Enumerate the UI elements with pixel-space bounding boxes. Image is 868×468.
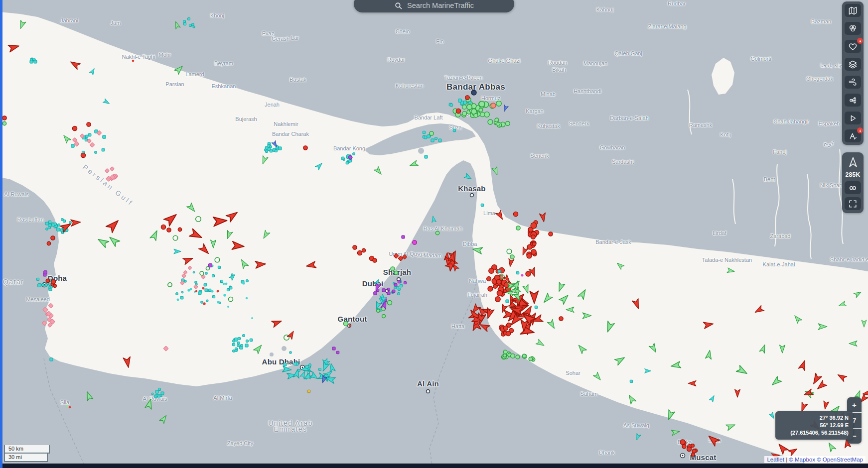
vessel-marker[interactable] bbox=[132, 60, 135, 62]
vessel-marker[interactable] bbox=[535, 306, 537, 308]
vessel-marker[interactable] bbox=[81, 153, 85, 157]
vessel-marker[interactable] bbox=[238, 337, 240, 340]
vessel-marker[interactable] bbox=[18, 20, 26, 30]
vessel-marker[interactable] bbox=[298, 369, 300, 371]
vessel-marker[interactable] bbox=[107, 234, 120, 246]
vessel-marker[interactable] bbox=[353, 153, 355, 155]
vessel-marker[interactable] bbox=[374, 166, 384, 176]
vessel-marker[interactable] bbox=[472, 246, 482, 254]
vessel-marker[interactable] bbox=[793, 314, 802, 323]
vessel-marker[interactable] bbox=[66, 405, 68, 408]
vessel-marker[interactable] bbox=[516, 271, 519, 274]
vessel-marker[interactable] bbox=[453, 129, 455, 131]
attribution-osm-link[interactable]: © OpenStreetMap bbox=[817, 457, 863, 463]
vessel-marker[interactable] bbox=[511, 354, 515, 358]
vessel-marker[interactable] bbox=[217, 290, 219, 293]
vessel-marker[interactable] bbox=[204, 283, 207, 286]
vessel-marker[interactable] bbox=[246, 340, 249, 343]
vessel-marker[interactable] bbox=[54, 223, 57, 226]
vessel-marker[interactable] bbox=[353, 245, 357, 249]
vessel-marker[interactable] bbox=[315, 161, 323, 170]
vessel-marker[interactable] bbox=[510, 255, 514, 259]
vessel-marker[interactable] bbox=[181, 291, 183, 293]
zoom-in-button[interactable]: + bbox=[847, 397, 862, 412]
vessel-marker[interactable] bbox=[727, 268, 735, 274]
vessel-marker[interactable] bbox=[58, 224, 60, 227]
vessel-marker[interactable] bbox=[394, 287, 396, 289]
vessel-marker[interactable] bbox=[102, 148, 105, 151]
vessel-marker[interactable] bbox=[630, 380, 632, 382]
vessel-marker[interactable] bbox=[42, 321, 47, 326]
vessel-marker[interactable] bbox=[566, 307, 574, 313]
vessel-marker[interactable] bbox=[398, 293, 400, 295]
vessel-marker[interactable] bbox=[435, 231, 439, 234]
vessel-marker[interactable] bbox=[822, 401, 829, 410]
vessel-marker[interactable] bbox=[238, 342, 240, 345]
vessel-marker[interactable] bbox=[467, 105, 472, 110]
vessel-marker[interactable] bbox=[604, 321, 615, 333]
vessel-marker[interactable] bbox=[211, 290, 213, 292]
vessel-marker[interactable] bbox=[266, 150, 268, 153]
vessel-marker[interactable] bbox=[430, 131, 434, 135]
vessel-marker[interactable] bbox=[183, 20, 186, 23]
vessel-marker[interactable] bbox=[559, 293, 571, 305]
vessel-marker[interactable] bbox=[193, 26, 195, 28]
vessel-marker[interactable] bbox=[201, 302, 203, 304]
vessel-marker[interactable] bbox=[854, 290, 862, 298]
vessel-marker[interactable] bbox=[309, 372, 319, 381]
vessel-marker[interactable] bbox=[462, 112, 467, 116]
vessel-marker[interactable] bbox=[203, 302, 205, 305]
vessel-marker[interactable] bbox=[735, 389, 740, 397]
vessel-marker[interactable] bbox=[362, 248, 365, 252]
vessel-marker[interactable] bbox=[47, 241, 50, 245]
vessel-marker[interactable] bbox=[392, 290, 395, 293]
vessel-marker[interactable] bbox=[46, 228, 48, 230]
vessel-marker[interactable] bbox=[225, 231, 233, 240]
vessel-marker[interactable] bbox=[400, 284, 402, 287]
vessel-marker[interactable] bbox=[178, 228, 181, 231]
vessel-marker[interactable] bbox=[759, 344, 767, 353]
vessel-marker[interactable] bbox=[503, 350, 507, 354]
vessel-marker[interactable] bbox=[196, 217, 201, 222]
vessel-marker[interactable] bbox=[780, 345, 785, 353]
vessel-marker[interactable] bbox=[484, 112, 490, 117]
vessel-marker[interactable] bbox=[44, 271, 47, 274]
vessel-marker[interactable] bbox=[336, 351, 339, 353]
vessel-marker[interactable] bbox=[193, 271, 194, 273]
vessel-marker[interactable] bbox=[293, 362, 296, 365]
vessel-marker[interactable] bbox=[849, 341, 857, 347]
vessel-marker[interactable] bbox=[85, 135, 88, 138]
vessel-marker[interactable] bbox=[479, 108, 483, 112]
vessel-marker[interactable] bbox=[468, 101, 471, 104]
vessel-marker[interactable] bbox=[289, 351, 291, 353]
vessel-marker[interactable] bbox=[275, 150, 278, 152]
vessel-marker[interactable] bbox=[160, 395, 162, 397]
vessel-marker[interactable] bbox=[488, 286, 493, 291]
vessel-marker[interactable] bbox=[106, 218, 122, 233]
vessel-marker[interactable] bbox=[391, 267, 395, 271]
vessel-marker[interactable] bbox=[479, 101, 484, 107]
vessel-marker[interactable] bbox=[212, 295, 215, 298]
vessel-marker[interactable] bbox=[232, 241, 244, 251]
vessel-marker[interactable] bbox=[495, 297, 500, 302]
vessel-marker[interactable] bbox=[218, 266, 220, 268]
vessel-marker[interactable] bbox=[229, 286, 232, 289]
vessel-marker[interactable] bbox=[243, 335, 245, 337]
vessel-marker[interactable] bbox=[71, 219, 81, 227]
vessel-marker[interactable] bbox=[232, 343, 235, 346]
vessel-marker[interactable] bbox=[246, 297, 248, 300]
vessel-marker[interactable] bbox=[645, 369, 651, 373]
vessel-marker[interactable] bbox=[726, 422, 736, 430]
vessel-marker[interactable] bbox=[38, 284, 41, 287]
vessel-marker[interactable] bbox=[387, 288, 390, 290]
vessel-marker[interactable] bbox=[523, 284, 531, 294]
vessel-marker[interactable] bbox=[506, 331, 510, 336]
vessel-marker[interactable] bbox=[582, 313, 591, 319]
vessel-marker[interactable] bbox=[180, 296, 183, 299]
vessel-marker[interactable] bbox=[168, 283, 172, 287]
vessel-marker[interactable] bbox=[788, 446, 798, 456]
vessel-marker[interactable] bbox=[682, 445, 686, 449]
vessel-marker[interactable] bbox=[205, 272, 207, 274]
toolbar-weather-button[interactable] bbox=[845, 76, 861, 89]
vessel-marker[interactable] bbox=[542, 293, 553, 304]
